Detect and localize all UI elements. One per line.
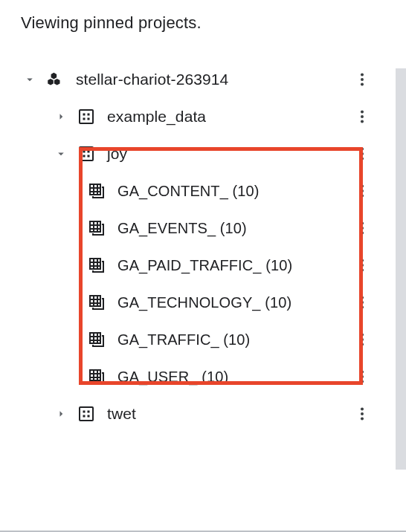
- svg-point-34: [361, 231, 364, 234]
- kebab-menu-icon[interactable]: [351, 288, 373, 317]
- table-name: GA_TECHNOLOGY_: [117, 294, 261, 311]
- svg-rect-5: [88, 114, 90, 116]
- svg-rect-51: [90, 333, 100, 343]
- kebab-menu-icon[interactable]: [351, 250, 373, 280]
- svg-point-0: [361, 74, 364, 77]
- svg-rect-6: [83, 118, 86, 120]
- svg-rect-68: [83, 411, 86, 413]
- table-row[interactable]: GA_CONTENT_ (10): [21, 172, 406, 210]
- svg-rect-69: [88, 411, 90, 413]
- svg-point-42: [361, 268, 364, 271]
- svg-point-9: [361, 115, 364, 118]
- table-row[interactable]: GA_TECHNOLOGY_ (10): [21, 284, 406, 321]
- expand-arrow-icon[interactable]: [52, 145, 70, 163]
- svg-point-24: [361, 185, 364, 188]
- dataset-icon: [76, 403, 97, 424]
- svg-point-58: [361, 343, 364, 346]
- svg-rect-7: [88, 118, 90, 120]
- svg-point-50: [361, 305, 364, 308]
- svg-rect-71: [88, 415, 90, 418]
- table-name: GA_USER_: [117, 369, 198, 385]
- collapse-arrow-icon[interactable]: [52, 405, 70, 423]
- project-tree: stellar-chariot-263914 example_data: [21, 61, 406, 432]
- table-row[interactable]: GA_EVENTS_ (10): [21, 210, 406, 247]
- svg-point-66: [361, 380, 364, 383]
- table-stack-icon: [86, 218, 107, 239]
- svg-point-41: [361, 264, 364, 267]
- svg-rect-4: [83, 114, 86, 116]
- svg-rect-12: [83, 151, 86, 153]
- table-count: (10): [265, 294, 291, 311]
- svg-rect-13: [88, 151, 90, 153]
- table-stack-icon: [86, 292, 107, 313]
- svg-rect-15: [88, 155, 90, 158]
- kebab-menu-icon[interactable]: [351, 102, 373, 132]
- svg-point-33: [361, 227, 364, 230]
- table-name: GA_CONTENT_: [117, 183, 228, 199]
- table-count: (10): [223, 331, 250, 348]
- svg-rect-35: [90, 259, 100, 269]
- collapse-arrow-icon[interactable]: [52, 108, 70, 126]
- svg-rect-27: [90, 221, 100, 232]
- svg-rect-14: [83, 155, 86, 158]
- svg-point-57: [361, 338, 364, 341]
- kebab-menu-icon[interactable]: [351, 65, 373, 94]
- svg-point-8: [361, 111, 364, 114]
- dataset-icon: [76, 143, 97, 164]
- scrollbar[interactable]: [396, 68, 406, 470]
- expand-arrow-icon[interactable]: [21, 71, 39, 88]
- kebab-menu-icon[interactable]: [351, 362, 373, 392]
- table-stack-icon: [86, 366, 107, 387]
- kebab-menu-icon[interactable]: [351, 176, 373, 206]
- table-stack-icon: [86, 181, 107, 201]
- table-stack-icon: [86, 329, 107, 350]
- svg-point-18: [361, 157, 364, 160]
- dataset-row[interactable]: example_data: [21, 98, 406, 135]
- kebab-menu-icon[interactable]: [351, 399, 373, 429]
- svg-rect-11: [80, 147, 93, 160]
- table-count: (10): [220, 220, 247, 236]
- project-icon: [45, 69, 65, 90]
- svg-point-56: [361, 334, 364, 337]
- svg-point-49: [361, 301, 364, 304]
- table-count: (10): [233, 183, 260, 199]
- svg-point-64: [361, 371, 364, 374]
- kebab-menu-icon[interactable]: [351, 139, 373, 169]
- svg-point-17: [361, 152, 364, 155]
- svg-point-16: [361, 148, 364, 151]
- svg-point-32: [361, 222, 364, 225]
- svg-rect-70: [83, 415, 86, 418]
- dataset-icon: [76, 106, 97, 127]
- table-count: (10): [265, 257, 292, 273]
- table-name: GA_TRAFFIC_: [117, 331, 219, 348]
- svg-point-73: [361, 412, 364, 415]
- project-row[interactable]: stellar-chariot-263914: [21, 61, 406, 98]
- table-row[interactable]: GA_PAID_TRAFFIC_ (10): [21, 247, 406, 284]
- table-stack-icon: [86, 255, 107, 276]
- svg-point-72: [361, 408, 364, 411]
- svg-rect-19: [90, 184, 100, 195]
- svg-rect-3: [80, 110, 93, 123]
- kebab-menu-icon[interactable]: [351, 325, 373, 354]
- svg-point-10: [361, 120, 364, 123]
- svg-point-2: [361, 82, 364, 85]
- svg-point-40: [361, 259, 364, 262]
- svg-point-25: [361, 189, 364, 192]
- table-row[interactable]: GA_TRAFFIC_ (10): [21, 321, 406, 358]
- page-title: Viewing pinned projects.: [21, 13, 406, 33]
- svg-point-65: [361, 375, 364, 378]
- svg-point-26: [361, 194, 364, 197]
- svg-point-1: [361, 78, 364, 81]
- dataset-row[interactable]: twet: [21, 395, 406, 432]
- svg-rect-43: [90, 296, 100, 306]
- table-count: (10): [202, 369, 228, 385]
- table-name: GA_EVENTS_: [117, 220, 216, 236]
- table-name: GA_PAID_TRAFFIC_: [117, 257, 262, 273]
- table-row[interactable]: GA_USER_ (10): [21, 358, 406, 395]
- svg-rect-59: [90, 370, 100, 380]
- dataset-row[interactable]: joy: [21, 135, 406, 172]
- svg-point-48: [361, 296, 364, 299]
- svg-point-74: [361, 417, 364, 420]
- kebab-menu-icon[interactable]: [351, 213, 373, 243]
- svg-rect-67: [80, 407, 93, 421]
